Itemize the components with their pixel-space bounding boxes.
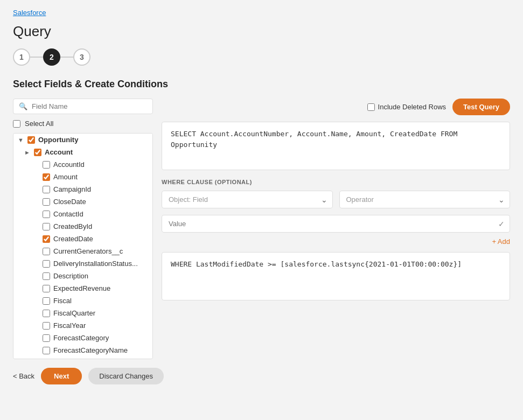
- label-expectedrevenue: ExpectedRevenue: [53, 284, 110, 292]
- field-amount[interactable]: Amount: [13, 171, 152, 183]
- field-description[interactable]: Description: [13, 270, 152, 282]
- where-row: Object: Field ⌄ Operator ⌄: [162, 191, 510, 208]
- checkbox-description[interactable]: [43, 272, 50, 280]
- field-createddate[interactable]: CreatedDate: [13, 233, 152, 245]
- label-hasopenactivity: HasOpenActivity: [53, 359, 105, 359]
- step-1[interactable]: 1: [13, 48, 30, 66]
- select-all-checkbox[interactable]: [13, 120, 20, 128]
- account-expand-icon[interactable]: ►: [24, 149, 31, 156]
- account-row[interactable]: ► Account: [13, 146, 152, 158]
- checkbox-forecastcategoryname[interactable]: [43, 347, 50, 354]
- label-forecastcategory: ForecastCategory: [53, 334, 109, 342]
- field-fiscalquarter[interactable]: FiscalQuarter: [13, 307, 152, 319]
- checkbox-hasopenactivity[interactable]: [43, 359, 50, 360]
- search-icon: 🔍: [19, 102, 27, 110]
- step-3[interactable]: 3: [73, 48, 90, 66]
- label-fiscalquarter: FiscalQuarter: [53, 309, 95, 317]
- field-expectedrevenue[interactable]: ExpectedRevenue: [13, 282, 152, 295]
- discard-changes-button[interactable]: Discard Changes: [88, 368, 164, 384]
- step-2[interactable]: 2: [43, 48, 60, 66]
- operator-wrapper: Operator ⌄: [339, 191, 511, 208]
- field-campaignid[interactable]: CampaignId: [13, 183, 152, 195]
- field-closedate[interactable]: CloseDate: [13, 195, 152, 208]
- formula-icon: ✓: [498, 220, 505, 228]
- field-deliveryinstallation[interactable]: DeliveryInstallationStatus...: [13, 257, 152, 270]
- checkbox-createddate[interactable]: [43, 235, 50, 243]
- object-field-wrapper: Object: Field ⌄: [162, 191, 333, 208]
- checkbox-forecastcategory[interactable]: [43, 334, 50, 342]
- include-deleted-row: Include Deleted Rows: [367, 103, 446, 111]
- field-fiscalyear[interactable]: FiscalYear: [13, 319, 152, 332]
- checkbox-campaignid[interactable]: [43, 186, 50, 193]
- field-hasopenactivity[interactable]: HasOpenActivity: [13, 356, 152, 359]
- opportunity-expand-icon[interactable]: ▼: [18, 137, 24, 143]
- label-contactid: ContactId: [53, 210, 83, 218]
- options-row: Include Deleted Rows Test Query: [162, 99, 510, 115]
- label-currentgenerators: CurrentGenerators__c: [53, 247, 123, 255]
- opportunity-label: Opportunity: [38, 136, 78, 144]
- where-clause-label: WHERE CLAUSE (OPTIONAL): [162, 179, 510, 185]
- page-title: Query: [13, 23, 510, 40]
- test-query-button[interactable]: Test Query: [452, 99, 510, 115]
- checkbox-deliveryinstallation[interactable]: [43, 260, 50, 268]
- label-fiscalyear: FiscalYear: [53, 321, 86, 330]
- label-forecastcategoryname: ForecastCategoryName: [53, 346, 128, 354]
- field-createdbyid[interactable]: CreatedById: [13, 220, 152, 233]
- field-contactid[interactable]: ContactId: [13, 208, 152, 220]
- account-label: Account: [45, 148, 73, 156]
- checkbox-fiscalquarter[interactable]: [43, 310, 50, 317]
- checkbox-createdbyid[interactable]: [43, 223, 50, 230]
- right-panel: Include Deleted Rows Test Query SELECT A…: [162, 99, 510, 359]
- section-title: Select Fields & Create Conditions: [13, 79, 510, 90]
- page-container: Salesforce Query 1 2 3 Select Fields & C…: [0, 0, 523, 420]
- steps-container: 1 2 3: [13, 48, 510, 66]
- label-amount: Amount: [53, 173, 78, 181]
- include-deleted-checkbox[interactable]: [367, 103, 375, 111]
- checkbox-fiscalyear[interactable]: [43, 322, 50, 330]
- operator-select[interactable]: Operator: [339, 191, 511, 208]
- back-button[interactable]: < Back: [13, 372, 34, 380]
- search-input[interactable]: [32, 102, 147, 110]
- checkbox-accountid[interactable]: [43, 161, 50, 169]
- label-description: Description: [53, 272, 88, 280]
- checkbox-contactid[interactable]: [43, 211, 50, 218]
- field-tree: ▼ Opportunity ► Account AccountId: [13, 133, 153, 359]
- next-button[interactable]: Next: [41, 368, 82, 384]
- checkbox-currentgenerators[interactable]: [43, 248, 50, 255]
- account-checkbox[interactable]: [34, 149, 41, 156]
- label-closedate: CloseDate: [53, 198, 86, 206]
- opportunity-checkbox[interactable]: [27, 136, 35, 144]
- opportunity-row[interactable]: ▼ Opportunity: [13, 134, 152, 146]
- label-fiscal: Fiscal: [53, 297, 72, 305]
- checkbox-amount[interactable]: [43, 173, 50, 181]
- value-row: ✓: [162, 215, 510, 233]
- field-fiscal[interactable]: Fiscal: [13, 295, 152, 307]
- label-createddate: CreatedDate: [53, 235, 93, 243]
- checkbox-expectedrevenue[interactable]: [43, 285, 50, 292]
- step-line-1: [30, 57, 43, 58]
- search-box: 🔍: [13, 99, 153, 114]
- field-currentgenerators[interactable]: CurrentGenerators__c: [13, 245, 152, 257]
- label-campaignid: CampaignId: [53, 185, 91, 193]
- where-result-box: WHERE LastModifiedDate >= [salesforce.la…: [162, 252, 510, 300]
- select-all-label: Select All: [25, 120, 53, 128]
- footer: < Back Next Discard Changes: [13, 359, 510, 384]
- object-field-select[interactable]: Object: Field: [162, 191, 333, 208]
- breadcrumb[interactable]: Salesforce: [13, 9, 510, 17]
- checkbox-closedate[interactable]: [43, 198, 50, 206]
- field-accountid[interactable]: AccountId: [13, 158, 152, 171]
- value-input[interactable]: [162, 215, 510, 233]
- step-line-2: [60, 57, 73, 58]
- label-createdbyid: CreatedById: [53, 222, 92, 230]
- field-forecastcategoryname[interactable]: ForecastCategoryName: [13, 344, 152, 356]
- field-forecastcategory[interactable]: ForecastCategory: [13, 332, 152, 344]
- label-deliveryinstallation: DeliveryInstallationStatus...: [53, 260, 138, 268]
- checkbox-fiscal[interactable]: [43, 297, 50, 305]
- left-panel: 🔍 Select All ▼ Opportunity ►: [13, 99, 153, 359]
- label-accountid: AccountId: [53, 160, 85, 169]
- main-content: 🔍 Select All ▼ Opportunity ►: [13, 99, 510, 359]
- include-deleted-label: Include Deleted Rows: [378, 103, 446, 111]
- select-all-row: Select All: [13, 120, 153, 128]
- add-row: + Add: [162, 237, 510, 246]
- add-button[interactable]: + Add: [492, 237, 510, 246]
